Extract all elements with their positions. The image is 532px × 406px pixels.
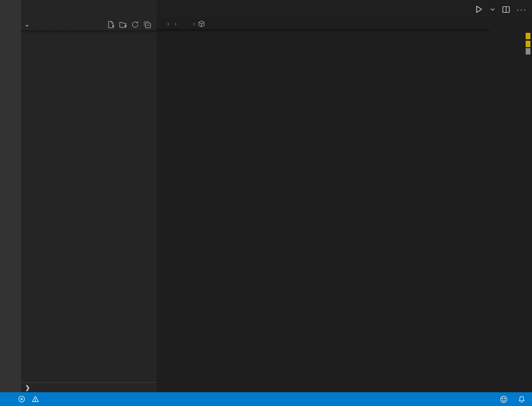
editor-group: ··· › › › [157, 0, 532, 392]
notifications-bell-icon[interactable] [518, 395, 526, 403]
breadcrumb-symbol[interactable] [198, 20, 207, 28]
new-folder-icon[interactable] [119, 21, 127, 29]
chevron-down-icon: ⌄ [23, 21, 31, 28]
breadcrumb-separator: › [193, 20, 195, 28]
explorer-sidebar: ⌄ [21, 0, 157, 392]
code-viewport[interactable] [157, 29, 532, 392]
editor-actions: ··· [469, 0, 532, 19]
problems-indicator[interactable] [18, 395, 41, 403]
minimap[interactable] [489, 29, 524, 392]
breadcrumb-separator: › [167, 20, 169, 28]
refresh-icon[interactable] [131, 21, 139, 29]
status-bar [0, 392, 532, 406]
activity-bar [0, 0, 21, 392]
vscode-window: { "colors":{"accent":"#007acc","modified… [0, 0, 532, 406]
breadcrumb: › › › [157, 19, 532, 29]
sidebar-header [21, 0, 157, 19]
split-editor-icon[interactable] [502, 5, 510, 14]
error-icon [18, 395, 25, 403]
feedback-smiley-icon[interactable] [500, 395, 508, 403]
workspace-section-header[interactable]: ⌄ [21, 19, 157, 30]
tab-bar: ··· [157, 0, 532, 19]
chevron-right-icon [23, 384, 32, 391]
run-options-chevron-icon[interactable] [490, 6, 496, 12]
run-python-file-icon[interactable] [474, 5, 483, 14]
status-right [450, 395, 526, 403]
warning-icon [32, 395, 39, 403]
overview-ruler-scrollbar[interactable] [524, 29, 532, 392]
symbol-namespace-icon [198, 20, 205, 28]
outline-section-header[interactable] [21, 382, 157, 392]
more-actions-icon[interactable]: ··· [517, 5, 527, 14]
collapse-all-icon[interactable] [143, 21, 151, 29]
file-tree [21, 30, 157, 382]
warning-marker [526, 33, 530, 39]
scroll-marker [526, 48, 530, 55]
warning-marker [526, 41, 530, 47]
new-file-icon[interactable] [107, 21, 115, 29]
workspace-actions [107, 21, 155, 29]
breadcrumb-separator: › [175, 20, 177, 28]
